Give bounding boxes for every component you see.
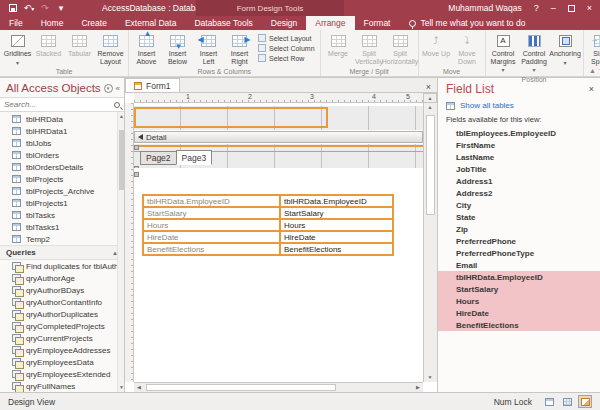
nav-table-item[interactable]: tblJobs (0, 137, 124, 149)
nav-table-item[interactable]: tblTasks (0, 209, 124, 221)
customize-qat-icon[interactable]: ▾ (56, 3, 66, 13)
field-item[interactable]: PreferredPhone (438, 235, 600, 247)
page3-tab[interactable]: Page3 (176, 150, 213, 165)
scroll-left-icon[interactable]: ◀ (134, 383, 144, 392)
show-all-tables-link[interactable]: Show all tables (438, 98, 600, 113)
field-item-highlighted[interactable]: StartSalary (438, 283, 600, 295)
gridlines-button[interactable]: Gridlines ▾ (2, 31, 33, 67)
close-document-icon[interactable]: × (420, 82, 437, 92)
scroll-down-icon[interactable]: ▼ (118, 383, 124, 392)
nav-query-item[interactable]: qryCurrentProjects (0, 332, 124, 344)
field-item[interactable]: City (438, 199, 600, 211)
nav-table-item[interactable]: tblProjects1 (0, 197, 124, 209)
nav-table-item[interactable]: tblHRData (0, 113, 124, 125)
select-layout-button[interactable]: Select Layout (258, 34, 315, 42)
nav-query-item[interactable]: qryAuthorAge (0, 272, 124, 284)
control-padding-button[interactable]: Control Padding ▾ (519, 31, 550, 75)
undo-icon[interactable]: ↶▾ (24, 3, 34, 13)
nav-query-item[interactable]: qryEmployeesExtended (0, 368, 124, 380)
field-item[interactable]: Address2 (438, 187, 600, 199)
search-input[interactable] (4, 100, 104, 109)
detail-section-bar[interactable]: Detail (134, 131, 423, 143)
insert-below-button[interactable]: ▼ Insert Below (162, 31, 193, 65)
nav-query-item[interactable]: qryAuthorBDays (0, 284, 124, 296)
nav-table-item[interactable]: tblTasks1 (0, 221, 124, 233)
tab-external-data[interactable]: External Data (116, 16, 186, 30)
selected-header-layout[interactable] (134, 107, 328, 128)
maximize-button[interactable] (568, 5, 575, 12)
nav-table-item[interactable]: tblOrders (0, 149, 124, 161)
layout-handle[interactable] (134, 145, 139, 150)
close-button[interactable]: × (587, 3, 592, 13)
nav-menu-icon[interactable]: ▾ (104, 84, 113, 93)
page2-tab[interactable]: Page2 (140, 151, 177, 165)
tab-page-area[interactable]: tblHRData.EmployeeID tblHRData.EmployeeI… (134, 168, 423, 382)
form-view-button[interactable] (542, 395, 556, 408)
queries-section-header[interactable]: Queries ▲ (0, 245, 124, 260)
nav-query-item[interactable]: Find duplicates for tblAuthors (0, 260, 124, 272)
canvas-vertical-scrollbar[interactable]: ▲ ▼ (423, 103, 437, 382)
minimize-button[interactable]: – (551, 3, 556, 13)
scroll-up-icon[interactable]: ▲ (425, 103, 435, 112)
layout-move-handle[interactable] (134, 172, 139, 177)
nav-search-box[interactable] (0, 98, 124, 112)
help-button[interactable]: ? (534, 3, 539, 13)
nav-table-item[interactable]: tblProjects (0, 173, 124, 185)
field-item[interactable]: FirstName (438, 139, 600, 151)
design-view-button[interactable] (578, 395, 592, 408)
field-item-highlighted[interactable]: Hours (438, 295, 600, 307)
nav-table-item[interactable]: tblProjects_Archive (0, 185, 124, 197)
remove-layout-button[interactable]: Remove Layout (95, 31, 126, 65)
insert-right-button[interactable]: ▶ Insert Right (224, 31, 255, 65)
field-item[interactable]: Address1 (438, 175, 600, 187)
field-item[interactable]: Zip (438, 223, 600, 235)
tab-arrange[interactable]: Arrange (306, 16, 354, 30)
nav-query-item[interactable]: qryFullNames (0, 380, 124, 392)
canvas-horizontal-scrollbar[interactable]: ◀ ▶ (134, 382, 423, 392)
collapse-ribbon-icon[interactable]: ▲ (589, 67, 596, 74)
nav-query-item[interactable]: qryEmployeeAddresses (0, 344, 124, 356)
scroll-right-icon[interactable]: ▶ (413, 383, 423, 392)
nav-query-item[interactable]: qryAuthorDuplicates (0, 308, 124, 320)
anchoring-button[interactable]: Anchoring ▾ (550, 31, 581, 67)
insert-left-button[interactable]: ◀ Insert Left (193, 31, 224, 65)
save-icon[interactable] (8, 3, 18, 13)
tab-create[interactable]: Create (72, 16, 116, 30)
tab-file[interactable]: File (0, 16, 32, 30)
insert-above-button[interactable]: ▲ Insert Above (131, 31, 162, 65)
nav-query-item[interactable]: qryCompletedProjects (0, 320, 124, 332)
field-label[interactable]: BenefitElections (142, 242, 281, 256)
select-column-button[interactable]: Select Column (258, 44, 315, 52)
nav-table-item[interactable]: Temp2 (0, 233, 124, 245)
nav-table-item[interactable]: tblHRData1 (0, 125, 124, 137)
control-margins-button[interactable]: A Control Margins ▾ (488, 31, 519, 75)
field-item[interactable]: State (438, 211, 600, 223)
field-textbox[interactable]: BenefitElections (279, 242, 394, 256)
datasheet-view-button[interactable] (560, 395, 574, 408)
nav-scrollbar[interactable]: ▲ ▼ (117, 112, 124, 392)
tab-format[interactable]: Format (355, 16, 400, 30)
user-name[interactable]: Muhammad Waqas (448, 3, 521, 13)
tab-database-tools[interactable]: Database Tools (185, 16, 261, 30)
nav-query-item[interactable]: qryEmployeesData (0, 356, 124, 368)
nav-table-item[interactable]: tblOrdersDetails (0, 161, 124, 173)
field-item[interactable]: LastName (438, 151, 600, 163)
form-header-grid[interactable] (134, 106, 423, 130)
field-item[interactable]: JobTitle (438, 163, 600, 175)
document-tab-form1[interactable]: Form1 (125, 78, 180, 92)
field-item-highlighted[interactable]: HireDate (438, 307, 600, 319)
scroll-down-icon[interactable]: ▼ (425, 373, 435, 382)
field-item-highlighted[interactable]: BenefitElections (438, 319, 600, 331)
tell-me-box[interactable]: Tell me what you want to do (399, 16, 535, 30)
field-item[interactable]: tblEmployees.EmployeeID (438, 127, 600, 139)
select-row-button[interactable]: Select Row (258, 54, 315, 62)
close-icon[interactable]: × (589, 84, 594, 94)
scroll-up-icon[interactable]: ▲ (423, 93, 437, 103)
tab-design[interactable]: Design (262, 16, 306, 30)
field-item[interactable]: Email (438, 259, 600, 271)
field-item[interactable]: PreferredPhoneType (438, 247, 600, 259)
tab-home[interactable]: Home (32, 16, 73, 30)
scroll-up-icon[interactable]: ▲ (118, 112, 124, 121)
field-item-highlighted[interactable]: tblHRData.EmployeeID (438, 271, 600, 283)
shutter-close-icon[interactable]: « (116, 84, 120, 93)
